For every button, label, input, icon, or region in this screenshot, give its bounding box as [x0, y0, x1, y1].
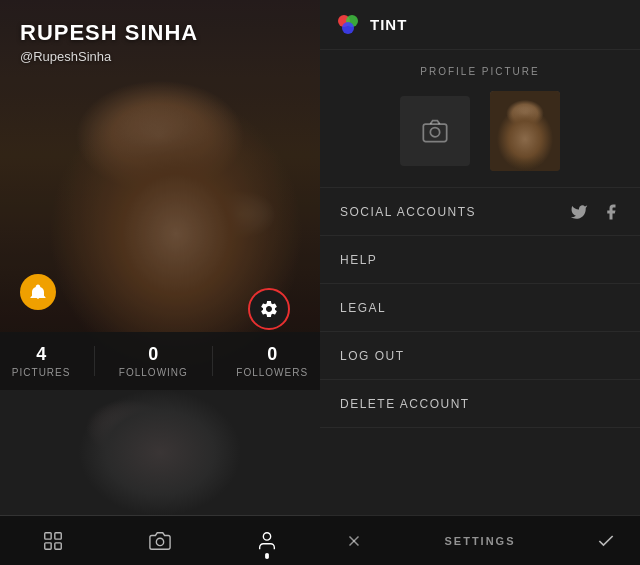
left-panel: RUPESH SINHA @RupeshSinha 4 PICTURES 0 F… [0, 0, 320, 565]
svg-rect-2 [45, 542, 51, 548]
stat-following: 0 FOLLOWING [119, 344, 188, 378]
nav-grid[interactable] [33, 521, 73, 561]
menu-item-delete-account-label: DELETE ACCOUNT [340, 397, 470, 411]
social-icons [570, 203, 620, 221]
stat-divider-2 [212, 346, 213, 376]
photo-thumb-inner-1 [0, 390, 320, 515]
nav-profile[interactable] [247, 521, 287, 561]
profile-photo-face [490, 91, 560, 171]
profile-pic-section: PROFILE PICTURE [320, 50, 640, 188]
twitter-icon[interactable] [570, 203, 588, 221]
menu-item-log-out[interactable]: LOG OUT [320, 332, 640, 380]
stat-followers-label: FOLLOWERS [236, 367, 308, 378]
tint-logo-icon [336, 13, 360, 37]
stat-pictures-value: 4 [36, 344, 46, 365]
settings-bar-label: SETTINGS [444, 535, 515, 547]
menu-item-legal-label: LEGAL [340, 301, 386, 315]
stats-bar: 4 PICTURES 0 FOLLOWING 0 FOLLOWERS [0, 332, 320, 390]
stat-followers: 0 FOLLOWERS [236, 344, 308, 378]
menu-item-help-label: HELP [340, 253, 377, 267]
svg-point-4 [156, 538, 163, 545]
right-header: TINT [320, 0, 640, 50]
stat-following-value: 0 [148, 344, 158, 365]
profile-username: @RupeshSinha [20, 49, 198, 64]
svg-point-8 [342, 22, 354, 34]
menu-item-delete-account[interactable]: DELETE ACCOUNT [320, 380, 640, 428]
tint-title: TINT [370, 16, 407, 33]
menu-item-social-accounts-label: SOCIAL ACCOUNTS [340, 205, 476, 219]
menu-item-log-out-label: LOG OUT [340, 349, 405, 363]
menu-item-legal[interactable]: LEGAL [320, 284, 640, 332]
menu-list: SOCIAL ACCOUNTS HELP LEGAL LOG OUT DELET… [320, 188, 640, 515]
stat-followers-value: 0 [267, 344, 277, 365]
settings-close-button[interactable] [340, 527, 368, 555]
right-panel: TINT PROFILE PICTURE SOCIAL ACCOUNTS [320, 0, 640, 565]
settings-gear-button[interactable] [248, 288, 290, 330]
svg-rect-1 [55, 532, 61, 538]
svg-point-5 [263, 532, 270, 539]
profile-name: RUPESH SINHA [20, 20, 198, 46]
notification-bell[interactable] [20, 274, 56, 310]
settings-confirm-button[interactable] [592, 527, 620, 555]
svg-point-10 [430, 128, 439, 137]
profile-pic-label: PROFILE PICTURE [336, 66, 624, 77]
photos-strip [0, 390, 320, 515]
settings-bar: SETTINGS [320, 515, 640, 565]
svg-rect-0 [45, 532, 51, 538]
stat-following-label: FOLLOWING [119, 367, 188, 378]
nav-camera[interactable] [140, 521, 180, 561]
menu-item-social-accounts[interactable]: SOCIAL ACCOUNTS [320, 188, 640, 236]
camera-upload-button[interactable] [400, 96, 470, 166]
profile-pic-row [336, 91, 624, 171]
bottom-nav [0, 515, 320, 565]
svg-rect-3 [55, 542, 61, 548]
profile-background: RUPESH SINHA @RupeshSinha 4 PICTURES 0 F… [0, 0, 320, 390]
profile-name-area: RUPESH SINHA @RupeshSinha [20, 20, 198, 64]
photo-thumb-1[interactable] [0, 390, 320, 515]
menu-item-help[interactable]: HELP [320, 236, 640, 284]
facebook-icon[interactable] [602, 203, 620, 221]
stat-pictures: 4 PICTURES [12, 344, 71, 378]
stat-divider-1 [94, 346, 95, 376]
stat-pictures-label: PICTURES [12, 367, 71, 378]
current-profile-photo [490, 91, 560, 171]
